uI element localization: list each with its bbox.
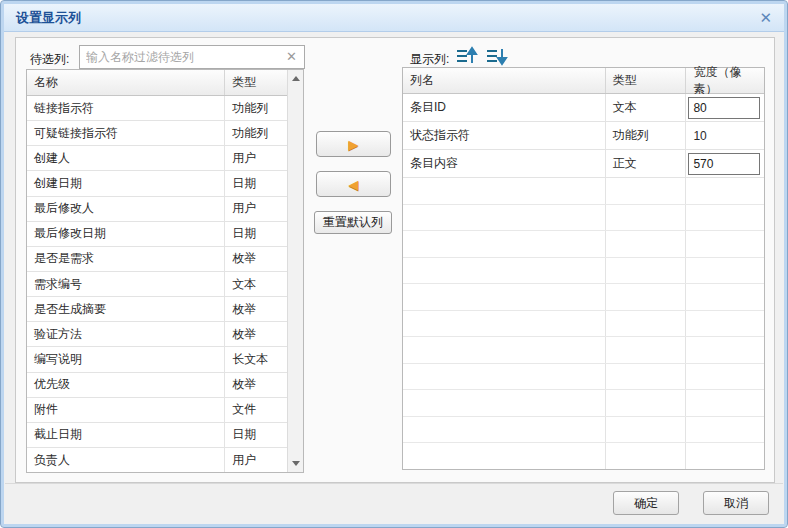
right-table-rows: 条目ID文本状态指示符功能列10条目内容正文 <box>403 94 764 469</box>
move-right-button[interactable]: ▶ <box>316 131 391 157</box>
empty-cell <box>606 284 687 310</box>
table-row[interactable]: 最后修改人用户 <box>27 197 287 222</box>
table-row[interactable]: 是否生成摘要枚举 <box>27 297 287 322</box>
table-row[interactable]: 创建人用户 <box>27 146 287 171</box>
empty-row <box>403 284 764 311</box>
cell-type: 文本 <box>225 272 287 296</box>
clear-filter-icon[interactable]: ✕ <box>286 50 297 63</box>
close-icon[interactable]: ✕ <box>759 10 772 25</box>
left-table-header: 名称 类型 <box>27 70 287 96</box>
cancel-button[interactable]: 取消 <box>703 491 769 515</box>
reset-default-columns-button[interactable]: 重置默认列 <box>314 211 392 234</box>
cell-name: 截止日期 <box>27 423 225 447</box>
empty-cell <box>686 258 764 284</box>
table-row[interactable]: 负责人用户 <box>27 448 287 472</box>
table-row[interactable]: 可疑链接指示符功能列 <box>27 121 287 146</box>
table-row[interactable]: 截止日期日期 <box>27 423 287 448</box>
cell-type: 用户 <box>225 146 287 170</box>
empty-cell <box>403 258 606 284</box>
empty-cell <box>403 178 606 204</box>
empty-cell <box>686 205 764 231</box>
empty-cell <box>606 390 687 416</box>
cell-type: 日期 <box>225 222 287 246</box>
scroll-up-icon[interactable] <box>288 70 304 87</box>
cell-name: 附件 <box>27 398 225 422</box>
cell-name: 需求编号 <box>27 272 225 296</box>
arrow-right-icon: ▶ <box>349 138 359 151</box>
empty-cell <box>686 178 764 204</box>
empty-cell <box>686 443 764 469</box>
cell-name: 编写说明 <box>27 347 225 371</box>
cell-width <box>686 150 764 177</box>
dialog-body-panel: 待选列: ✕ 名称 类型 链接指示符功能列可疑链接指示符功能列创建人用户创建日期… <box>15 37 775 483</box>
empty-cell <box>403 205 606 231</box>
table-row[interactable]: 创建日期日期 <box>27 171 287 196</box>
table-row[interactable]: 验证方法枚举 <box>27 322 287 347</box>
cell-type: 日期 <box>225 423 287 447</box>
cell-width <box>686 94 764 121</box>
table-row[interactable]: 链接指示符功能列 <box>27 96 287 121</box>
empty-cell <box>403 443 606 469</box>
cell-type: 枚举 <box>225 373 287 397</box>
move-down-icon[interactable] <box>486 46 508 66</box>
empty-cell <box>606 364 687 390</box>
cell-name: 创建日期 <box>27 171 225 195</box>
empty-cell <box>686 390 764 416</box>
display-columns-label: 显示列: <box>410 51 449 68</box>
table-row[interactable]: 附件文件 <box>27 398 287 423</box>
table-row[interactable]: 需求编号文本 <box>27 272 287 297</box>
width-input[interactable] <box>688 97 760 119</box>
filter-input[interactable] <box>79 45 305 69</box>
empty-cell <box>686 364 764 390</box>
empty-cell <box>606 311 687 337</box>
width-input[interactable] <box>688 153 760 175</box>
cell-name: 链接指示符 <box>27 96 225 120</box>
ok-button[interactable]: 确定 <box>613 491 679 515</box>
cell-type: 正文 <box>606 150 687 177</box>
cell-name: 最后修改人 <box>27 197 225 221</box>
empty-cell <box>606 178 687 204</box>
empty-row <box>403 364 764 391</box>
empty-row <box>403 178 764 205</box>
empty-cell <box>403 311 606 337</box>
empty-row <box>403 205 764 232</box>
cell-type: 长文本 <box>225 347 287 371</box>
cell-type: 功能列 <box>225 121 287 145</box>
table-row[interactable]: 是否是需求枚举 <box>27 247 287 272</box>
table-row[interactable]: 编写说明长文本 <box>27 347 287 372</box>
cell-name: 验证方法 <box>27 322 225 346</box>
empty-cell <box>606 205 687 231</box>
table-row[interactable]: 条目内容正文 <box>403 150 764 178</box>
dialog-titlebar: 设置显示列 ✕ <box>4 4 784 32</box>
move-up-icon[interactable] <box>456 46 478 66</box>
cell-type: 枚举 <box>225 322 287 346</box>
left-table-rows: 链接指示符功能列可疑链接指示符功能列创建人用户创建日期日期最后修改人用户最后修改… <box>27 96 287 472</box>
cell-type: 文本 <box>606 94 687 121</box>
pending-columns-label: 待选列: <box>30 51 69 68</box>
empty-cell <box>606 417 687 443</box>
empty-row <box>403 417 764 444</box>
settings-dialog: 设置显示列 ✕ 待选列: ✕ 名称 类型 链接指示符功能列可疑链接指示符功能列创… <box>0 0 788 528</box>
right-header-type: 类型 <box>606 68 687 93</box>
table-row[interactable]: 优先级枚举 <box>27 373 287 398</box>
empty-cell <box>686 284 764 310</box>
scroll-down-icon[interactable] <box>288 455 304 472</box>
display-columns-table: 列名 类型 宽度（像素） 条目ID文本状态指示符功能列10条目内容正文 <box>402 67 765 470</box>
cell-type: 日期 <box>225 171 287 195</box>
move-left-button[interactable]: ◀ <box>316 171 391 197</box>
cell-name: 可疑链接指示符 <box>27 121 225 145</box>
table-row[interactable]: 条目ID文本 <box>403 94 764 122</box>
cell-name: 是否生成摘要 <box>27 297 225 321</box>
pending-columns-table: 名称 类型 链接指示符功能列可疑链接指示符功能列创建人用户创建日期日期最后修改人… <box>26 69 304 473</box>
empty-cell <box>686 417 764 443</box>
table-row[interactable]: 状态指示符功能列10 <box>403 122 764 150</box>
cell-name: 状态指示符 <box>403 122 606 149</box>
empty-row <box>403 443 764 469</box>
table-row[interactable]: 最后修改日期日期 <box>27 222 287 247</box>
left-table-scrollbar[interactable] <box>287 70 303 472</box>
empty-row <box>403 258 764 285</box>
empty-cell <box>686 337 764 363</box>
empty-cell <box>606 443 687 469</box>
cell-type: 功能列 <box>606 122 687 149</box>
empty-cell <box>403 337 606 363</box>
